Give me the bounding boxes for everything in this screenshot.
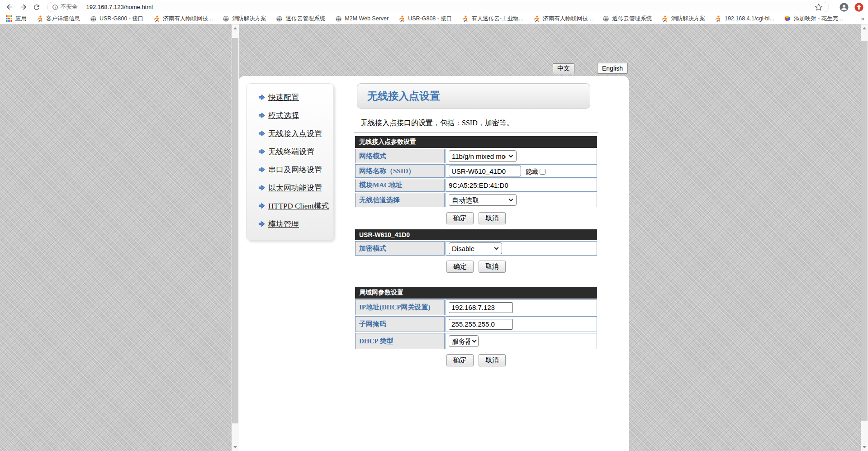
sidebar-item-6[interactable]: 以太网功能设置	[258, 179, 333, 197]
sidebar-item-5[interactable]: 串口及网络设置	[258, 161, 333, 179]
ip-label: IP地址(DHCP网关设置)	[355, 299, 445, 315]
hide-ssid-checkbox[interactable]	[540, 169, 545, 175]
sidebar-item-3[interactable]: 无线接入点设置	[258, 124, 333, 142]
refresh-button[interactable]	[31, 1, 43, 13]
sidebar-item-8[interactable]: 模块管理	[258, 215, 333, 233]
ok-button[interactable]: 确定	[446, 212, 474, 224]
bookmark-item[interactable]: 消防解决方案	[223, 15, 266, 23]
left-frame-scrollbar[interactable]	[232, 24, 239, 451]
arrow-icon	[258, 185, 265, 191]
arrow-icon	[258, 166, 265, 173]
sidebar-item-label[interactable]: 快速配置	[268, 92, 299, 103]
globe-icon	[335, 15, 342, 22]
dhcp-type-label: DHCP 类型	[355, 333, 445, 349]
sidebar-item-4[interactable]: 无线终端设置	[258, 142, 333, 161]
scrollbar-thumb[interactable]	[861, 41, 868, 421]
dhcp-type-select[interactable]: 服务器	[449, 335, 479, 347]
ok-button[interactable]: 确定	[446, 354, 474, 366]
chinese-language-button[interactable]: 中文	[553, 63, 574, 74]
bookmarks-bar: 应用 客户详细信息USR-G800 - 接口济南有人物联网技...消防解决方案透…	[0, 13, 868, 24]
left-frame-background	[0, 24, 232, 451]
bookmark-item[interactable]: 客户详细信息	[36, 15, 80, 23]
sidebar-item-label[interactable]: 模式选择	[268, 110, 299, 121]
bookmark-label: 透传云管理系统	[286, 15, 326, 23]
english-language-button[interactable]: English	[597, 63, 628, 74]
hide-ssid-field: 隐藏	[526, 168, 547, 175]
down-arrow-icon	[863, 446, 866, 448]
bookmark-item[interactable]: 透传云管理系统	[602, 15, 652, 23]
sidebar-item-label[interactable]: HTTPD Client模式	[268, 201, 329, 211]
back-button[interactable]	[4, 1, 15, 13]
cancel-button[interactable]: 取消	[479, 354, 506, 366]
network-mode-label: 网络模式	[355, 149, 445, 163]
channel-select[interactable]: 自动选取	[449, 194, 517, 206]
sidebar-item-2[interactable]: 模式选择	[258, 106, 333, 124]
globe-icon	[90, 15, 97, 22]
update-chrome-button[interactable]	[854, 2, 864, 13]
forward-button[interactable]	[17, 1, 29, 13]
profile-button[interactable]	[839, 2, 849, 13]
bookmark-item[interactable]: 济南有人物联网技...	[153, 15, 213, 23]
divider	[354, 133, 598, 133]
arrow-icon	[258, 221, 265, 227]
ok-button[interactable]: 确定	[446, 261, 474, 273]
bookmark-item[interactable]: 济南有人物联网技...	[533, 15, 593, 23]
scrollbar-up-button[interactable]	[232, 24, 239, 32]
security-label: 不安全	[61, 3, 78, 11]
person-icon	[153, 15, 160, 22]
bookmark-label: 消防解决方案	[232, 15, 266, 23]
up-arrow-icon	[233, 27, 237, 29]
bookmark-item[interactable]: 消防解决方案	[661, 15, 705, 23]
sidebar-item-label[interactable]: 模块管理	[268, 219, 299, 229]
bookmark-label: 添加映射 - 花生壳...	[794, 15, 843, 23]
bookmarks-overflow-button[interactable]: »	[861, 15, 864, 22]
page-description: 无线接入点接口的设置，包括：SSID，加密等。	[360, 119, 598, 128]
lan-buttons: 确定 取消	[354, 354, 598, 366]
ip-input[interactable]	[449, 302, 513, 313]
encryption-select[interactable]: Disable	[449, 242, 502, 254]
apps-shortcut[interactable]: 应用	[5, 15, 27, 23]
arrow-icon	[258, 112, 265, 119]
scrollbar-down-button[interactable]	[232, 443, 239, 451]
url-text: 192.168.7.123/home.html	[86, 4, 153, 10]
table-header: USR-W610_41D0	[355, 229, 597, 240]
sidebar-item-label[interactable]: 串口及网络设置	[268, 165, 322, 175]
bookmark-item[interactable]: USR-G800 - 接口	[90, 15, 143, 23]
sidebar-item-label[interactable]: 无线终端设置	[268, 147, 314, 157]
globe-icon	[223, 15, 230, 22]
ssid-input[interactable]	[449, 166, 521, 176]
netmask-label: 子网掩码	[355, 316, 445, 332]
arrow-icon	[258, 148, 265, 155]
scrollbar-down-button[interactable]	[861, 443, 868, 451]
person-icon	[661, 15, 669, 22]
site-info-button[interactable]	[52, 4, 58, 10]
bookmark-label: M2M Web Server	[345, 15, 389, 22]
info-icon	[52, 4, 58, 10]
bookmark-item[interactable]: 192.168.4.1/cgi-bi...	[715, 15, 774, 22]
sidebar-item-7[interactable]: HTTPD Client模式	[258, 197, 333, 215]
bookmark-label: USR-G808 - 接口	[408, 15, 452, 23]
person-icon	[36, 15, 43, 22]
person-icon	[461, 15, 469, 22]
sidebar-item-label[interactable]: 以太网功能设置	[268, 183, 322, 193]
cancel-button[interactable]: 取消	[479, 261, 506, 273]
down-arrow-icon	[233, 446, 237, 448]
sidebar-item-1[interactable]: 快速配置	[258, 88, 333, 106]
sidebar-item-label[interactable]: 无线接入点设置	[268, 128, 322, 139]
netmask-input[interactable]	[449, 319, 513, 330]
bookmark-item[interactable]: USR-G808 - 接口	[398, 15, 452, 23]
cancel-button[interactable]: 取消	[479, 212, 506, 224]
refresh-icon	[33, 3, 41, 11]
scrollbar-thumb[interactable]	[232, 38, 238, 423]
network-mode-select[interactable]: 11b/g/n mixed mode	[449, 150, 517, 162]
forward-icon	[19, 3, 28, 11]
mac-value: 9C:A5:25:ED:41:D0	[449, 181, 508, 189]
bookmark-item[interactable]: 透传云管理系统	[276, 15, 326, 23]
address-bar[interactable]: 不安全 192.168.7.123/home.html	[47, 2, 829, 12]
scrollbar-up-button[interactable]	[861, 24, 868, 32]
bookmark-item[interactable]: M2M Web Server	[335, 15, 389, 22]
bookmark-star-button[interactable]	[813, 2, 824, 13]
bookmark-item[interactable]: 添加映射 - 花生壳...	[784, 15, 843, 23]
bookmark-item[interactable]: 有人透传云-工业物...	[461, 15, 523, 23]
main-frame-scrollbar[interactable]	[861, 24, 868, 451]
